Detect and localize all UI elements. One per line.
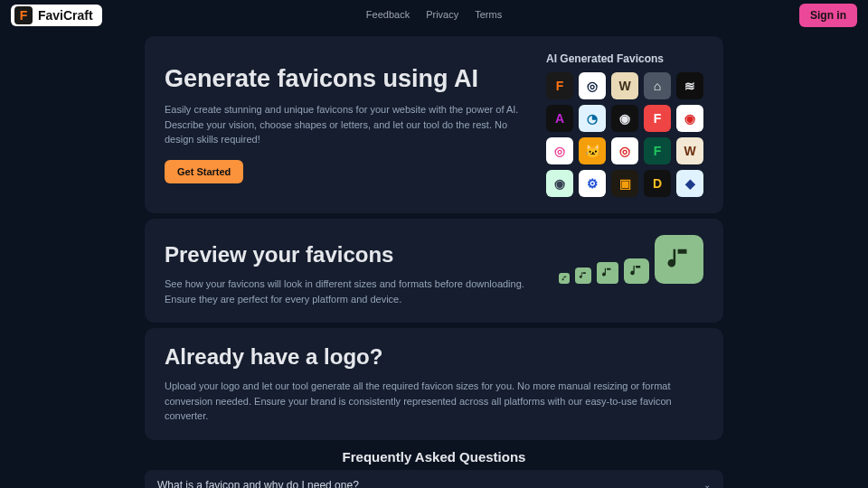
favicon-sample: W	[611, 72, 638, 99]
favicon-sample: ▣	[611, 170, 638, 197]
nav-privacy[interactable]: Privacy	[426, 9, 458, 20]
preview-size-row	[559, 235, 703, 284]
nav-feedback[interactable]: Feedback	[366, 9, 410, 20]
favicon-showcase: AI Generated Favicons F◎W⌂≋A◔◉F◉◎🐱◎FW◉⚙▣…	[546, 52, 703, 197]
favicon-sample: ◔	[579, 105, 606, 132]
get-started-button[interactable]: Get Started	[165, 160, 243, 183]
favicon-sample: ◎	[611, 137, 638, 164]
brand-logo-icon: F	[14, 6, 33, 24]
favicon-sample: ⚙	[579, 170, 606, 197]
favicon-sample: ⌂	[644, 72, 671, 99]
top-nav: Feedback Privacy Terms	[366, 9, 502, 20]
favicon-sample: ◎	[579, 72, 606, 99]
favicon-sample: F	[644, 137, 671, 164]
logo-upload-panel: Already have a logo? Upload your logo an…	[145, 328, 723, 440]
preview-body: See how your favicons will look in diffe…	[165, 277, 541, 306]
faq-item-1[interactable]: What is a favicon and why do I need one?…	[145, 470, 723, 489]
logo-section-title: Already have a logo?	[165, 344, 703, 370]
preview-favicon-s56	[655, 235, 703, 284]
preview-panel: Preview your favicons See how your favic…	[145, 219, 723, 323]
favicon-grid: F◎W⌂≋A◔◉F◉◎🐱◎FW◉⚙▣D◆	[546, 72, 703, 197]
favicon-sample: ◉	[611, 105, 638, 132]
favicon-sample: F	[546, 72, 573, 99]
chevron-down-icon: ⌄	[703, 480, 711, 488]
favicon-sample: W	[676, 137, 703, 164]
faq-question: What is a favicon and why do I need one?	[157, 479, 359, 489]
preview-favicon-s14	[559, 273, 570, 284]
favicon-sample: ◎	[546, 137, 573, 164]
hero-body: Easily create stunning and unique favico…	[165, 102, 528, 147]
favicon-sample: ◆	[676, 170, 703, 197]
faq-heading: Frequently Asked Questions	[145, 449, 723, 465]
hero-panel: Generate favicons using AI Easily create…	[145, 36, 723, 213]
nav-terms[interactable]: Terms	[475, 9, 502, 20]
preview-favicon-s24	[597, 262, 618, 284]
hero-title: Generate favicons using AI	[165, 65, 528, 93]
favicon-sample: ◉	[676, 105, 703, 132]
preview-favicon-s18	[575, 267, 591, 284]
header: F FaviCraft Feedback Privacy Terms Sign …	[0, 0, 868, 31]
brand-chip[interactable]: F FaviCraft	[11, 5, 102, 26]
preview-title: Preview your favicons	[165, 242, 541, 267]
favicon-sample: F	[644, 105, 671, 132]
favicon-sample: A	[546, 105, 573, 132]
favicon-sample: ≋	[676, 72, 703, 99]
signin-button[interactable]: Sign in	[799, 4, 857, 27]
favicon-sample: D	[644, 170, 671, 197]
logo-section-body: Upload your logo and let our tool genera…	[165, 379, 703, 424]
favicon-grid-label: AI Generated Favicons	[546, 52, 703, 65]
favicon-sample: 🐱	[579, 137, 606, 164]
favicon-sample: ◉	[546, 170, 573, 197]
brand-name: FaviCraft	[38, 8, 93, 23]
preview-favicon-s30	[624, 258, 649, 284]
